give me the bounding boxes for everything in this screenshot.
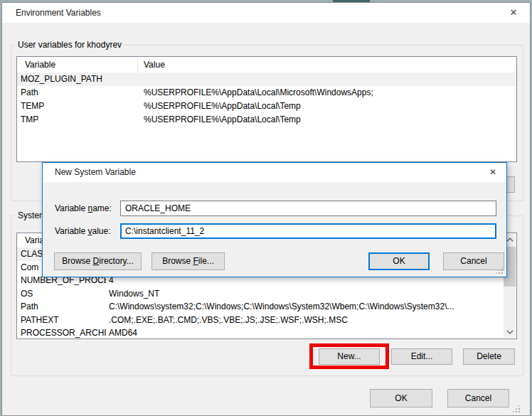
browse-file-button[interactable]: Browse File...: [151, 252, 225, 270]
new-system-variable-dialog: New System Variable ✕ Variable name: Var…: [42, 162, 507, 277]
table-row[interactable]: PATHEXT .COM;.EXE;.BAT;.CMD;.VBS;.VBE;.J…: [17, 314, 516, 327]
dialog-ok-button[interactable]: OK: [368, 252, 430, 270]
table-row[interactable]: TEMP %USERPROFILE%\AppData\Local\Temp: [17, 100, 516, 113]
user-variables-group-label: User variables for khodyrev: [16, 40, 124, 50]
resize-grip-icon[interactable]: [518, 411, 520, 412]
close-icon[interactable]: ✕: [484, 163, 502, 182]
variable-value-input[interactable]: [120, 223, 496, 239]
dialog-cancel-button[interactable]: Cancel: [443, 252, 504, 270]
system-edit-button[interactable]: Edit...: [391, 348, 452, 365]
dialog-titlebar[interactable]: New System Variable ✕: [43, 163, 506, 182]
table-row[interactable]: PROCESSOR_ARCHITECTURE AMD64: [17, 326, 516, 340]
browse-directory-button[interactable]: Browse Directory...: [54, 252, 142, 270]
resize-grip-icon[interactable]: [501, 272, 503, 274]
ok-button[interactable]: OK: [370, 389, 432, 407]
table-row[interactable]: Path C:\Windows\system32;C:\Windows;C:\W…: [17, 300, 516, 314]
window-title: Environment Variables: [16, 3, 101, 23]
variable-name-input[interactable]: [120, 201, 496, 216]
cancel-button[interactable]: Cancel: [447, 389, 509, 407]
user-col-variable[interactable]: Variable: [17, 57, 138, 73]
chevron-down-icon[interactable]: [504, 326, 516, 338]
table-row[interactable]: OS Windows_NT: [17, 287, 516, 301]
user-variables-table[interactable]: Variable Value MOZ_PLUGIN_PATH Path %USE…: [16, 56, 517, 162]
window-titlebar[interactable]: Environment Variables ✕: [2, 3, 530, 23]
close-icon[interactable]: ✕: [503, 3, 524, 23]
table-row[interactable]: TMP %USERPROFILE%\AppData\Local\Temp: [17, 113, 516, 127]
variable-value-label: Variable value:: [55, 223, 111, 239]
table-row[interactable]: MOZ_PLUGIN_PATH: [17, 73, 516, 86]
user-table-header: Variable Value: [17, 57, 516, 73]
system-delete-button[interactable]: Delete: [463, 348, 515, 365]
table-row[interactable]: Path %USERPROFILE%\AppData\Local\Microso…: [17, 86, 516, 100]
system-new-button[interactable]: New...: [319, 348, 380, 365]
user-col-value[interactable]: Value: [138, 57, 516, 73]
variable-name-label: Variable name:: [55, 201, 112, 216]
dialog-title: New System Variable: [55, 163, 136, 182]
